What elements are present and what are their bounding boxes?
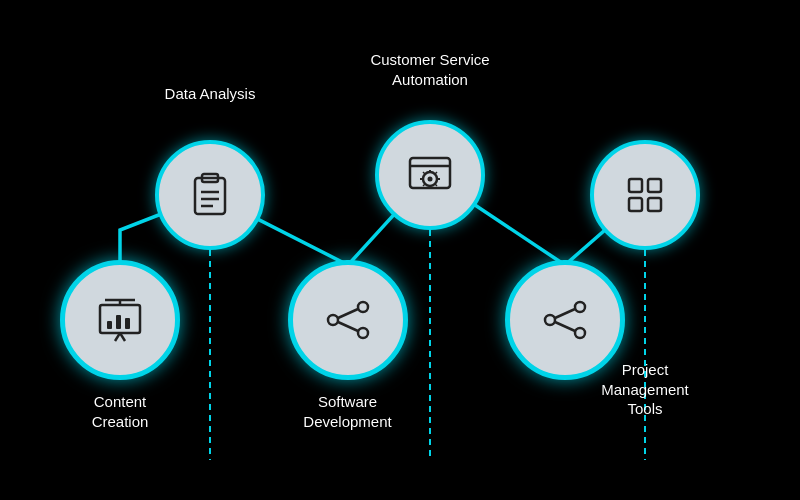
svg-point-37 (358, 328, 368, 338)
svg-rect-26 (648, 198, 661, 211)
svg-line-39 (338, 322, 358, 331)
label-customer-service: Customer ServiceAutomation (360, 50, 500, 89)
label-content-creation: ContentCreation (55, 392, 185, 431)
svg-point-36 (358, 302, 368, 312)
svg-line-21 (435, 172, 437, 174)
svg-line-43 (555, 309, 575, 318)
grid-icon (620, 170, 670, 220)
svg-line-20 (435, 184, 437, 186)
svg-rect-6 (195, 178, 225, 214)
svg-point-40 (545, 315, 555, 325)
node-software-development[interactable] (288, 260, 408, 380)
svg-line-19 (423, 172, 425, 174)
diagram-canvas: Data Analysis Customer ServiceAutomation (0, 0, 800, 500)
node-content-creation[interactable] (60, 260, 180, 380)
node-customer-service[interactable] (375, 120, 485, 230)
label-software-development: SoftwareDevelopment (280, 392, 415, 431)
svg-point-42 (575, 328, 585, 338)
svg-rect-33 (116, 315, 121, 329)
svg-rect-34 (125, 318, 130, 329)
svg-rect-23 (629, 179, 642, 192)
svg-line-22 (423, 184, 425, 186)
node-data-analysis[interactable] (155, 140, 265, 250)
svg-point-35 (328, 315, 338, 325)
svg-rect-25 (629, 198, 642, 211)
svg-rect-32 (107, 321, 112, 329)
share-icon (540, 295, 590, 345)
presentation-icon (323, 295, 373, 345)
clipboard-icon (95, 295, 145, 345)
node-bottom-right[interactable] (505, 260, 625, 380)
svg-point-41 (575, 302, 585, 312)
settings-browser-icon (405, 150, 455, 200)
svg-rect-24 (648, 179, 661, 192)
node-project-management[interactable] (590, 140, 700, 250)
svg-line-44 (555, 322, 575, 331)
chart-icon (185, 170, 235, 220)
svg-line-38 (338, 309, 358, 318)
svg-point-14 (428, 177, 433, 182)
label-data-analysis: Data Analysis (150, 84, 270, 104)
